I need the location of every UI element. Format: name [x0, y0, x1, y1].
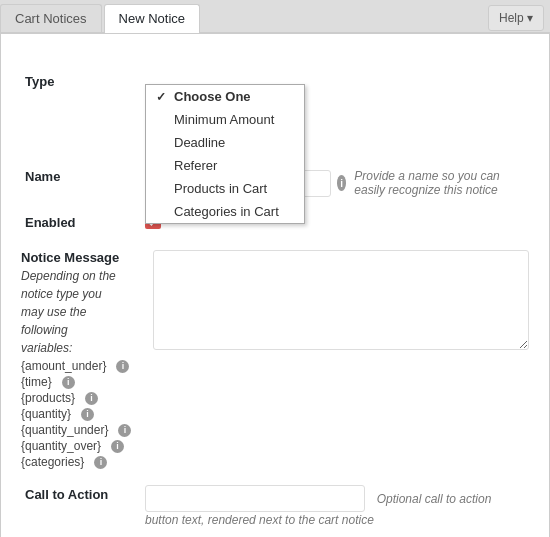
cta-field: Optional call to action button text, ren…	[141, 477, 529, 535]
notice-message-label: Notice Message	[21, 250, 141, 265]
dropdown-item-products-in-cart[interactable]: Products in Cart	[146, 177, 304, 200]
help-button[interactable]: Help ▾	[488, 5, 544, 31]
notice-message-textarea[interactable]	[153, 250, 529, 350]
tab-cart-notices[interactable]: Cart Notices	[0, 4, 102, 32]
dropdown-item-minimum-amount[interactable]: Minimum Amount	[146, 108, 304, 131]
notice-message-description: Depending on thenotice type youmay use t…	[21, 267, 141, 357]
variable-info-icon-2: i	[85, 392, 98, 405]
variable-quantity: {quantity} i	[21, 407, 141, 421]
variable-info-icon-5: i	[111, 440, 124, 453]
type-dropdown-menu[interactable]: ✓ Choose One Minimum Amount Deadline	[145, 84, 305, 224]
main-content: Type ✓ Choose One Minimum Amount	[0, 33, 550, 537]
notice-message-right	[153, 250, 529, 469]
type-field: ✓ Choose One Minimum Amount Deadline	[141, 64, 529, 97]
variable-time: {time} i	[21, 375, 141, 389]
checkmark-placeholder	[156, 113, 170, 127]
cta-row: Call to Action Optional call to action b…	[21, 477, 529, 535]
type-label: Type	[21, 64, 141, 97]
variable-amount-under: {amount_under} i	[21, 359, 141, 373]
variable-quantity-over: {quantity_over} i	[21, 439, 141, 453]
variable-categories: {categories} i	[21, 455, 141, 469]
name-description: Provide a name so you can easily recogni…	[354, 169, 525, 197]
checkmark-icon: ✓	[156, 90, 170, 104]
name-label: Name	[21, 97, 141, 205]
variable-info-icon-0: i	[116, 360, 129, 373]
dropdown-item-referer[interactable]: Referer	[146, 154, 304, 177]
form-table: Type ✓ Choose One Minimum Amount	[21, 64, 529, 240]
variables-list: {amount_under} i {time} i {products} i {…	[21, 359, 141, 469]
variable-info-icon-4: i	[118, 424, 131, 437]
type-row: Type ✓ Choose One Minimum Amount	[21, 64, 529, 97]
cta-label: Call to Action	[21, 477, 141, 535]
variable-info-icon-1: i	[62, 376, 75, 389]
tab-new-notice[interactable]: New Notice	[104, 4, 200, 33]
name-info-icon: i	[337, 175, 346, 191]
cta-table: Call to Action Optional call to action b…	[21, 477, 529, 537]
tab-bar: Cart Notices New Notice Help ▾	[0, 0, 550, 33]
variable-products: {products} i	[21, 391, 141, 405]
notice-message-section: Notice Message Depending on thenotice ty…	[21, 250, 529, 469]
cta-input[interactable]	[145, 485, 365, 512]
notice-message-left: Notice Message Depending on thenotice ty…	[21, 250, 141, 469]
variable-quantity-under: {quantity_under} i	[21, 423, 141, 437]
dropdown-item-deadline[interactable]: Deadline	[146, 131, 304, 154]
variable-info-icon-6: i	[94, 456, 107, 469]
dropdown-item-categories-in-cart[interactable]: Categories in Cart	[146, 200, 304, 223]
enabled-label: Enabled	[21, 205, 141, 240]
variable-info-icon-3: i	[81, 408, 94, 421]
dropdown-item-choose-one[interactable]: ✓ Choose One	[146, 85, 304, 108]
